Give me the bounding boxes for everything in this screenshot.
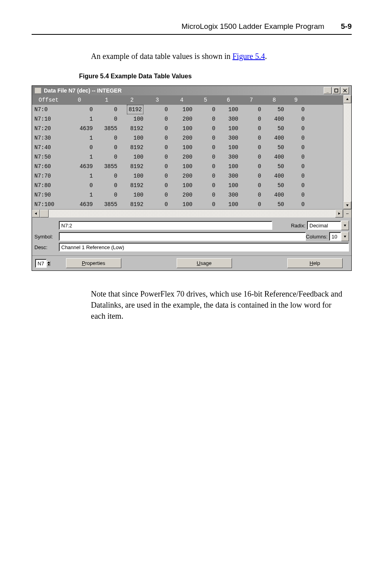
table-cell[interactable]: 0 <box>194 124 217 133</box>
table-cell[interactable]: 0 <box>286 114 310 124</box>
scroll-up-icon[interactable] <box>343 95 351 103</box>
table-cell[interactable]: 400 <box>263 152 286 162</box>
table-cell[interactable]: 0 <box>240 114 263 124</box>
table-cell[interactable]: N7:50 <box>32 152 64 162</box>
table-cell[interactable]: 200 <box>170 133 194 143</box>
table-cell[interactable]: 100 <box>170 181 194 190</box>
table-cell[interactable]: 200 <box>170 152 194 162</box>
table-cell[interactable]: 100 <box>217 143 240 152</box>
table-cell[interactable]: 300 <box>217 152 240 162</box>
table-cell[interactable]: N7:70 <box>32 171 64 181</box>
table-row[interactable]: N7:20463938558192010001000500 <box>32 124 343 133</box>
table-row[interactable]: N7:0008192010001000500 <box>32 105 343 114</box>
symbol-input[interactable] <box>59 232 306 241</box>
table-cell[interactable]: N7:60 <box>32 162 64 171</box>
table-cell[interactable]: 8192 <box>119 162 145 171</box>
split-handle[interactable]: − <box>343 209 351 217</box>
table-cell[interactable]: 100 <box>170 162 194 171</box>
table-cell[interactable]: 0 <box>94 133 119 143</box>
table-cell[interactable]: 200 <box>170 114 194 124</box>
table-cell[interactable]: 3855 <box>94 124 119 133</box>
table-cell[interactable]: 1 <box>64 152 94 162</box>
table-cell[interactable]: 0 <box>240 124 263 133</box>
table-cell[interactable]: 0 <box>145 190 170 200</box>
table-cell[interactable]: 0 <box>64 105 94 114</box>
table-cell[interactable]: 100 <box>217 181 240 190</box>
columns-select[interactable]: 10 <box>329 232 341 241</box>
table-cell[interactable]: 0 <box>240 105 263 114</box>
table-cell[interactable]: 100 <box>217 162 240 171</box>
table-cell[interactable]: 1 <box>64 114 94 124</box>
table-cell[interactable]: 0 <box>240 171 263 181</box>
table-cell[interactable]: 8192 <box>119 124 145 133</box>
table-row[interactable]: N7:60463938558192010001000500 <box>32 162 343 171</box>
table-cell[interactable]: 0 <box>286 181 310 190</box>
table-cell[interactable]: 0 <box>286 133 310 143</box>
table-cell[interactable]: 4639 <box>64 124 94 133</box>
table-cell[interactable]: 100 <box>119 114 145 124</box>
table-cell[interactable]: 0 <box>64 143 94 152</box>
table-cell[interactable]: 0 <box>194 200 217 209</box>
table-cell[interactable]: 400 <box>263 133 286 143</box>
table-cell[interactable]: N7:40 <box>32 143 64 152</box>
table-cell[interactable]: 0 <box>94 190 119 200</box>
properties-button[interactable]: Properties <box>66 258 121 268</box>
table-cell[interactable]: 0 <box>286 162 310 171</box>
radix-select[interactable]: Decimal <box>307 221 341 230</box>
table-cell[interactable]: 0 <box>286 171 310 181</box>
scroll-track[interactable] <box>49 210 335 217</box>
maximize-button[interactable] <box>332 87 340 94</box>
table-cell[interactable]: N7:20 <box>32 124 64 133</box>
table-row[interactable]: N7:100463938558192010001000500 <box>32 200 343 209</box>
table-cell[interactable]: 0 <box>240 200 263 209</box>
table-cell[interactable]: 0 <box>194 190 217 200</box>
file-input[interactable]: N7 <box>35 259 47 268</box>
table-cell[interactable]: 0 <box>194 114 217 124</box>
table-cell[interactable]: 50 <box>263 200 286 209</box>
table-cell[interactable]: 0 <box>94 114 119 124</box>
help-button[interactable]: Help <box>287 258 343 268</box>
vertical-scrollbar[interactable] <box>343 95 351 209</box>
table-cell[interactable]: N7:10 <box>32 114 64 124</box>
table-cell[interactable]: 300 <box>217 190 240 200</box>
table-cell[interactable]: 8192 <box>119 181 145 190</box>
table-cell[interactable]: 0 <box>145 143 170 152</box>
table-cell[interactable]: 0 <box>145 171 170 181</box>
table-cell[interactable]: 1 <box>64 190 94 200</box>
table-cell[interactable]: 0 <box>94 152 119 162</box>
dropdown-icon[interactable] <box>341 221 349 230</box>
table-cell[interactable]: 0 <box>194 143 217 152</box>
table-cell[interactable]: N7:100 <box>32 200 64 209</box>
table-row[interactable]: N7:50101000200030004000 <box>32 152 343 162</box>
table-cell[interactable]: N7:90 <box>32 190 64 200</box>
file-spinner[interactable] <box>47 261 50 266</box>
table-cell[interactable]: 100 <box>170 105 194 114</box>
table-cell[interactable]: 0 <box>145 181 170 190</box>
table-cell[interactable]: 100 <box>119 171 145 181</box>
table-cell[interactable]: 100 <box>217 124 240 133</box>
table-cell[interactable]: 50 <box>263 105 286 114</box>
table-cell[interactable]: 400 <box>263 114 286 124</box>
table-cell[interactable]: 0 <box>194 133 217 143</box>
table-cell[interactable]: 0 <box>145 114 170 124</box>
table-row[interactable]: N7:80008192010001000500 <box>32 181 343 190</box>
table-cell[interactable]: 100 <box>170 143 194 152</box>
table-cell[interactable]: 0 <box>286 152 310 162</box>
table-row[interactable]: N7:70101000200030004000 <box>32 171 343 181</box>
table-cell[interactable]: 100 <box>217 105 240 114</box>
data-table[interactable]: Offset 0 1 2 3 4 5 6 7 8 9 N7:0008192010… <box>32 95 343 209</box>
table-cell[interactable]: 0 <box>240 133 263 143</box>
table-cell[interactable]: 3855 <box>94 162 119 171</box>
table-cell[interactable]: 0 <box>94 105 119 114</box>
table-cell[interactable]: 100 <box>217 200 240 209</box>
table-cell[interactable]: 50 <box>263 162 286 171</box>
table-cell[interactable]: 50 <box>263 124 286 133</box>
table-cell[interactable]: 0 <box>145 124 170 133</box>
table-cell[interactable]: 100 <box>170 124 194 133</box>
table-cell[interactable]: 8192 <box>119 105 145 114</box>
address-input[interactable]: N7:2 <box>59 221 272 230</box>
table-row[interactable]: N7:40008192010001000500 <box>32 143 343 152</box>
table-cell[interactable]: 0 <box>145 162 170 171</box>
table-cell[interactable]: 0 <box>240 152 263 162</box>
desc-input[interactable]: Channel 1 Reference (Low) <box>59 243 349 251</box>
